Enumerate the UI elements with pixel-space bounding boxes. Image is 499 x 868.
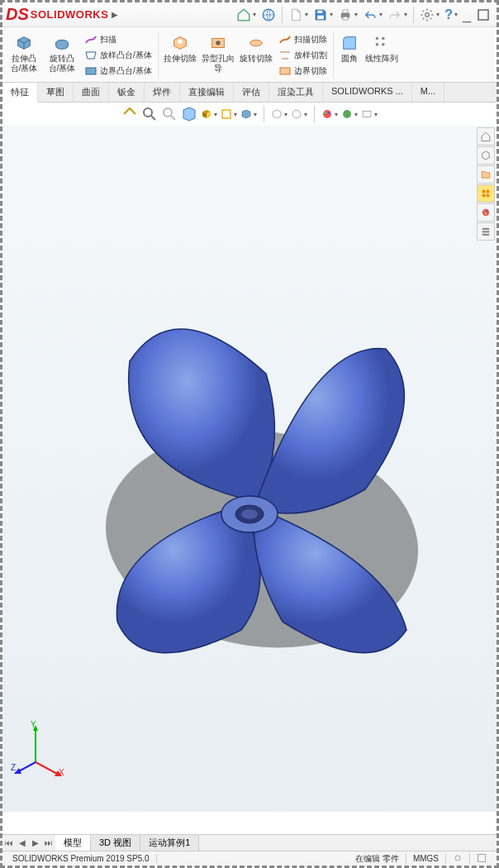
section-view-button[interactable] — [181, 106, 197, 122]
tab-addins[interactable]: SOLIDWORKS ... — [323, 83, 412, 102]
revolve-cut-icon — [247, 34, 265, 52]
extrude-cut-button[interactable]: 拉伸切除 — [162, 32, 198, 79]
svg-rect-29 — [487, 190, 490, 193]
zoom-area-button[interactable] — [141, 106, 158, 122]
logo-text: SOLIDWORKS — [31, 8, 109, 21]
tab-surface[interactable]: 曲面 — [74, 83, 109, 102]
status-units[interactable]: MMGS — [406, 854, 446, 863]
boundary-button[interactable]: 边界凸台/基体 — [82, 64, 154, 79]
svg-rect-14 — [280, 68, 290, 74]
svg-point-19 — [144, 108, 152, 117]
svg-line-45 — [36, 762, 59, 775]
boundary-cut-button[interactable]: 边界切除 — [276, 64, 330, 79]
pattern-label: 线性阵列 — [365, 54, 398, 64]
web-button[interactable] — [259, 6, 278, 24]
svg-point-20 — [164, 108, 172, 117]
taskpane-view-button[interactable] — [477, 184, 495, 203]
tab-features[interactable]: 特征 — [2, 83, 38, 103]
ribbon-group-feature: 圆角 线性阵列 — [337, 32, 403, 79]
status-expand-button[interactable] — [470, 853, 493, 865]
bottom-tab-3dview[interactable]: 3D 视图 — [91, 835, 140, 851]
sweep-cut-icon — [278, 33, 292, 46]
graphics-viewport[interactable]: Y X Z — [2, 126, 497, 812]
tab-nav-prev[interactable]: ◀ — [16, 838, 29, 847]
appearance-palette-button[interactable]: ▾ — [321, 106, 338, 122]
ribbon: 拉伸凸台/基体 旋转凸台/基体 扫描 放样凸台/基体 边界凸台/基体 拉伸切除 … — [2, 27, 497, 83]
svg-rect-50 — [478, 854, 486, 861]
taskpane-explorer-button[interactable] — [477, 165, 495, 184]
taskpane-appearance-button[interactable] — [477, 203, 495, 222]
view-orientation-button[interactable]: ▾ — [201, 106, 217, 122]
view-settings-button[interactable]: ▾ — [361, 106, 378, 122]
ribbon-group-cut: 拉伸切除 异型孔向导 旋转切除 扫描切除 放样切割 边界切除 — [162, 32, 334, 79]
apply-scene-button[interactable]: ▾ — [291, 106, 307, 122]
triad-y-label: Y — [31, 720, 36, 729]
redo-button[interactable]: ▾ — [385, 6, 410, 24]
revolve-cut-button[interactable]: 旋转切除 — [238, 32, 274, 79]
home-button[interactable]: ▾ — [234, 6, 259, 24]
tab-sketch[interactable]: 草图 — [38, 83, 74, 102]
scene-palette-button[interactable]: ▾ — [341, 106, 358, 122]
hole-wizard-label: 异型孔向导 — [202, 54, 235, 74]
maximize-button[interactable] — [473, 6, 493, 24]
bottom-tab-motion[interactable]: 运动算例1 — [140, 835, 199, 851]
new-file-button[interactable]: ▾ — [286, 6, 311, 24]
tab-weldment[interactable]: 焊件 — [145, 83, 180, 102]
tab-render[interactable]: 渲染工具 — [269, 83, 323, 102]
options-button[interactable]: ▾ — [417, 6, 442, 24]
tab-nav-next[interactable]: ▶ — [29, 838, 42, 847]
boundary-icon — [84, 64, 97, 78]
minimize-button[interactable]: _ — [460, 4, 473, 25]
print-button[interactable]: ▾ — [335, 6, 360, 24]
sweep-label: 扫描 — [100, 34, 116, 45]
svg-point-10 — [178, 39, 183, 44]
extrude-boss-icon — [15, 34, 33, 52]
help-button[interactable]: ?▾ — [442, 6, 460, 24]
fillet-label: 圆角 — [341, 54, 358, 64]
feature-tabs: 特征 草图 曲面 钣金 焊件 直接编辑 评估 渲染工具 SOLIDWORKS .… — [2, 83, 497, 103]
boundary-label: 边界凸台/基体 — [100, 65, 152, 77]
svg-point-26 — [343, 110, 351, 118]
display-style-button[interactable]: ▾ — [221, 106, 237, 122]
zoom-fit-button[interactable] — [121, 106, 138, 122]
titlebar: DS SOLIDWORKS ▶ ▾ ▾ ▾ ▾ ▾ ▾ ▾ ?▾ _ — [2, 2, 497, 27]
svg-point-32 — [482, 209, 489, 216]
loft-cut-button[interactable]: 放样切割 — [276, 48, 330, 63]
app-menu-dropdown-icon[interactable]: ▶ — [112, 10, 118, 19]
hide-show-button[interactable]: ▾ — [240, 106, 257, 122]
taskpane-custom-button[interactable] — [477, 222, 495, 241]
sweep-button[interactable]: 扫描 — [82, 32, 154, 47]
status-version: SOLIDWORKS Premium 2019 SP5.0 — [6, 854, 157, 863]
revolve-boss-button[interactable]: 旋转凸台/基体 — [44, 32, 80, 79]
taskpane-library-button[interactable] — [477, 146, 495, 165]
status-custom-button[interactable] — [446, 853, 470, 865]
undo-button[interactable]: ▾ — [360, 6, 385, 24]
loft-label: 放样凸台/基体 — [100, 50, 152, 61]
previous-view-button[interactable] — [161, 106, 178, 122]
hole-wizard-button[interactable]: 异型孔向导 — [200, 32, 236, 79]
edit-appearance-button[interactable]: ▾ — [271, 106, 288, 122]
revolve-boss-label: 旋转凸台/基体 — [45, 54, 78, 74]
tab-nav-last[interactable]: ⏭ — [42, 838, 55, 847]
boundary-cut-icon — [278, 64, 292, 78]
status-mode: 在编辑 零件 — [349, 853, 406, 865]
save-button[interactable]: ▾ — [311, 6, 335, 24]
bottom-tab-model[interactable]: 模型 — [55, 835, 91, 851]
linear-pattern-button[interactable]: 线性阵列 — [364, 32, 400, 79]
configuration-tabs: ⏮ ◀ ▶ ⏭ 模型 3D 视图 运动算例1 — [2, 834, 497, 851]
triad-z-label: Z — [11, 763, 16, 772]
revolve-cut-label: 旋转切除 — [240, 54, 273, 64]
task-pane — [477, 127, 495, 241]
tab-directedit[interactable]: 直接编辑 — [180, 83, 234, 102]
tab-mbd[interactable]: M... — [412, 83, 444, 102]
svg-rect-37 — [482, 231, 489, 232]
sweep-cut-button[interactable]: 扫描切除 — [276, 32, 330, 47]
loft-button[interactable]: 放样凸台/基体 — [82, 48, 154, 63]
extrude-boss-button[interactable]: 拉伸凸台/基体 — [6, 32, 42, 79]
tab-evaluate[interactable]: 评估 — [234, 83, 269, 102]
tab-nav-first[interactable]: ⏮ — [2, 838, 16, 847]
svg-point-18 — [382, 43, 385, 46]
tab-sheetmetal[interactable]: 钣金 — [109, 83, 145, 102]
taskpane-home-button[interactable] — [477, 127, 495, 145]
fillet-button[interactable]: 圆角 — [337, 32, 362, 79]
